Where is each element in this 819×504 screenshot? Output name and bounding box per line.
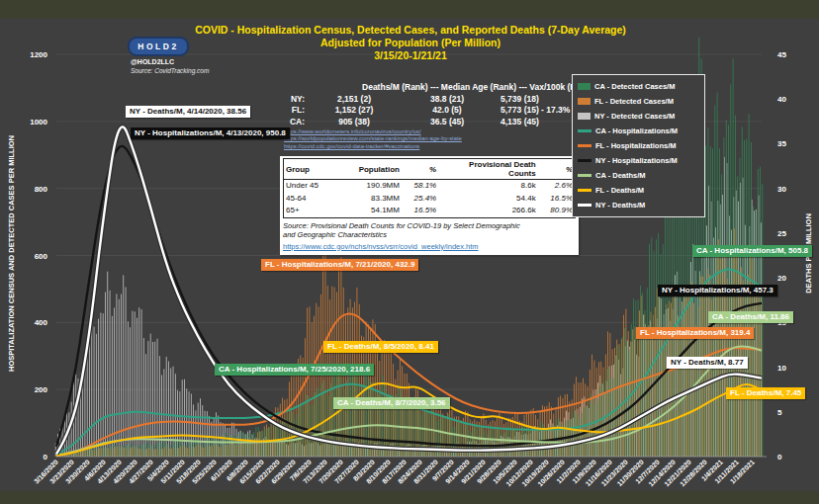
title-line-1: COVID - Hospitalization Census, Detected… (178, 24, 643, 37)
annotation-ca-deaths-current: CA - Deaths/M, 11.86 (708, 311, 793, 323)
stats-state-label: CA: (279, 117, 309, 128)
legend-item-ca-hosp: CA - Hospitalizations/M (578, 124, 699, 138)
left-axis-title: HOSPITALIZATION CENSUS AND DETECTED CASE… (7, 96, 16, 412)
annotation-ny-hosp-current: NY - Hospitalizations/M, 457.3 (658, 285, 777, 296)
svg-text:10: 10 (777, 364, 786, 373)
col-header-population: Population (343, 159, 402, 180)
deaths-pct-cell: 2.6% (538, 180, 576, 193)
svg-text:1000: 1000 (30, 118, 47, 126)
title-line-2: Adjusted for Population (Per Million) (178, 37, 643, 49)
svg-text:5: 5 (777, 408, 782, 417)
legend-item-ny-deaths: NY - Deaths/M (578, 198, 699, 212)
ny-hosp-line-icon (578, 159, 592, 162)
svg-text:35: 35 (777, 139, 786, 148)
col-header-pop-pct: % (402, 159, 438, 180)
deaths-pct-cell: 16.5% (538, 193, 576, 206)
stats-deaths-value: 905 (38) (309, 117, 400, 128)
legend-item-ca-cases: CA - Detected Cases/M (578, 79, 699, 94)
title-line-3: 3/15/20-1/21/21 (178, 49, 643, 62)
ny-cases-swatch-icon (578, 113, 591, 120)
svg-text:400: 400 (35, 318, 48, 327)
group-cell: 45-64 (284, 193, 343, 206)
svg-text:0: 0 (44, 453, 48, 462)
svg-text:800: 800 (35, 185, 48, 194)
table-row: Under 45 190.9MM 58.1% 8.6k 2.6% (284, 180, 576, 193)
demographics-table: Group Population % Provisional Death Cou… (283, 158, 576, 218)
legend-label: NY - Deaths/M (595, 201, 645, 210)
legend-item-fl-deaths: FL - Deaths/M (578, 183, 699, 198)
deaths-cell: 8.6k (438, 180, 537, 193)
svg-text:45: 45 (777, 50, 786, 59)
annotation-fl-hosp-peak: FL - Hospitalizations/M, 7/21/2020, 432.… (261, 259, 418, 271)
deaths-cell: 54.4k (438, 193, 537, 206)
annotation-ny-deaths-current: NY - Deaths/M, 8.77 (667, 357, 748, 369)
col-header-death-counts: Provisional Death Counts (438, 159, 537, 180)
ca-cases-swatch-icon (578, 83, 591, 90)
fl-hosp-line-icon (578, 144, 592, 147)
fl-deaths-line-icon (578, 189, 592, 192)
population-cell: 190.9MM (343, 180, 402, 193)
source-links: https://www.worldometers.info/coronaviru… (284, 128, 462, 150)
stats-deaths-value: 1,152 (27) (309, 105, 400, 117)
legend-item-fl-hosp: FL - Hospitalizations/M (578, 138, 699, 153)
stats-deaths-value: 2,151 (2) (309, 94, 400, 106)
group-cell: Under 45 (284, 180, 343, 193)
population-cell: 54.1MM (343, 205, 402, 217)
legend-item-ny-cases: NY - Detected Cases/M (578, 109, 699, 124)
legend-label: FL - Deaths/M (595, 186, 644, 195)
ca-deaths-line-icon (578, 174, 592, 177)
col-header-group: Group (284, 159, 343, 180)
legend-label: FL - Hospitalizations/M (595, 141, 677, 150)
annotation-fl-deaths-current: FL - Deaths/M, 7.45 (726, 387, 805, 399)
legend-item-ca-deaths: CA - Deaths/M (578, 168, 699, 183)
chart-legend: CA - Detected Cases/M FL - Detected Case… (572, 74, 705, 217)
svg-text:40: 40 (777, 95, 786, 104)
legend-label: NY - Hospitalizations/M (595, 156, 678, 165)
chart-title: COVID - Hospitalization Census, Detected… (178, 24, 643, 62)
deaths-pct-cell: 80.9% (538, 205, 576, 217)
legend-label: NY - Detected Cases/M (594, 112, 675, 121)
stats-median-age-value: 42.0 (5) (400, 105, 495, 117)
fl-cases-swatch-icon (578, 98, 591, 105)
legend-item-ny-hosp: NY - Hospitalizations/M (578, 153, 699, 168)
annotation-ca-hosp-current: CA - Hospitalizations/M, 505.8 (692, 245, 812, 257)
svg-text:1200: 1200 (30, 50, 47, 59)
annotation-fl-hosp-current: FL - Hospitalizations/M, 319.4 (636, 327, 754, 339)
population-pct-cell: 16.5% (402, 205, 438, 217)
covid-dashboard: 0200400600800100012000510152025303540453… (0, 0, 819, 504)
group-cell: 65+ (284, 205, 343, 217)
ca-hosp-line-icon (578, 129, 592, 132)
svg-text:200: 200 (35, 385, 48, 394)
annotation-ca-deaths-peak: CA - Deaths/M, 8/7/2020, 3.56 (333, 397, 450, 409)
legend-label: FL - Detected Cases/M (594, 97, 674, 106)
svg-text:30: 30 (777, 185, 786, 194)
cdc-vaccinations-link[interactable]: https://covid.cdc.gov/covid-data-tracker… (284, 143, 462, 150)
annotation-ny-deaths-peak: NY - Deaths/M, 4/14/2020, 38.56 (126, 106, 250, 118)
stats-state-label: FL: (279, 105, 309, 117)
legend-item-fl-cases: FL - Detected Cases/M (578, 94, 699, 109)
cdc-weekly-link[interactable]: https://www.cdc.gov/nchs/nvss/vsrr/covid… (283, 242, 576, 251)
stats-median-age-value: 36.5 (45) (400, 117, 495, 128)
svg-text:0: 0 (777, 453, 782, 462)
annotation-ny-hosp-peak: NY - Hospitalizations/M, 4/13/2020, 950.… (131, 127, 290, 139)
table-source-line1: Source: Provisional Death Counts for COV… (283, 221, 520, 230)
svg-text:20: 20 (777, 274, 786, 283)
table-row: 45-64 83.3MM 25.4% 54.4k 16.5% (284, 193, 576, 206)
svg-text:25: 25 (777, 229, 786, 238)
table-source-note: Source: Provisional Death Counts for COV… (283, 221, 576, 239)
table-source-line2: and Geographic Characteristics (283, 230, 387, 239)
demographics-table-box: Group Population % Provisional Death Cou… (280, 156, 579, 255)
worldometers-link[interactable]: https://www.worldometers.info/coronaviru… (284, 128, 462, 135)
worldpopulationreview-link[interactable]: https://worldpopulationreview.com/state-… (284, 135, 462, 142)
svg-text:600: 600 (35, 252, 48, 261)
population-pct-cell: 25.4% (402, 193, 438, 206)
stats-state-label: NY: (279, 94, 309, 106)
deaths-cell: 266.6k (438, 205, 537, 217)
logo-source-credit: Source: CovidTracking.com (131, 67, 209, 74)
population-cell: 83.3MM (343, 193, 402, 206)
population-pct-cell: 58.1% (402, 180, 438, 193)
annotation-fl-deaths-peak: FL - Deaths/M, 8/5/2020, 8.41 (323, 341, 438, 353)
table-row: 65+ 54.1MM 16.5% 266.6k 80.9% (284, 205, 576, 217)
legend-label: CA - Deaths/M (595, 171, 646, 180)
annotation-ca-hosp-peak: CA - Hospitalizations/M, 7/25/2020, 218.… (215, 364, 374, 376)
